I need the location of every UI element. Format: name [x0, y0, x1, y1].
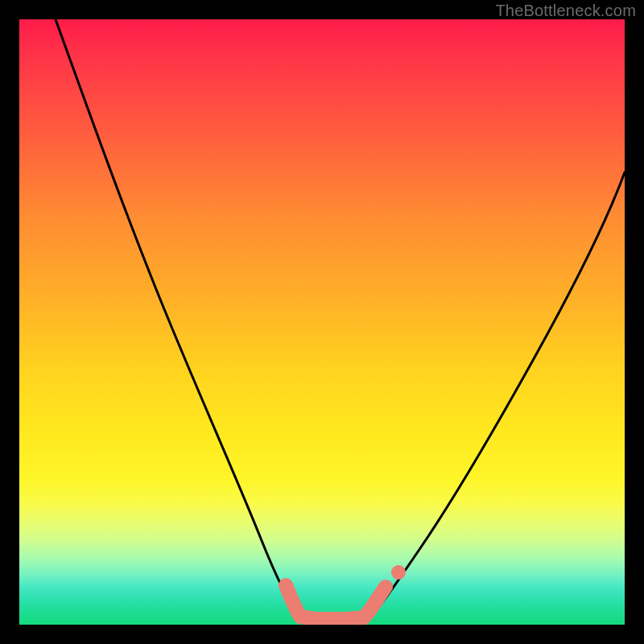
curves-overlay	[19, 19, 625, 625]
watermark-text: TheBottleneck.com	[495, 2, 636, 20]
left-curve	[56, 19, 300, 617]
highlight-dot-icon	[391, 565, 406, 580]
right-curve	[370, 172, 625, 617]
plateau-highlight	[286, 585, 386, 619]
chart-frame: TheBottleneck.com	[0, 0, 644, 644]
